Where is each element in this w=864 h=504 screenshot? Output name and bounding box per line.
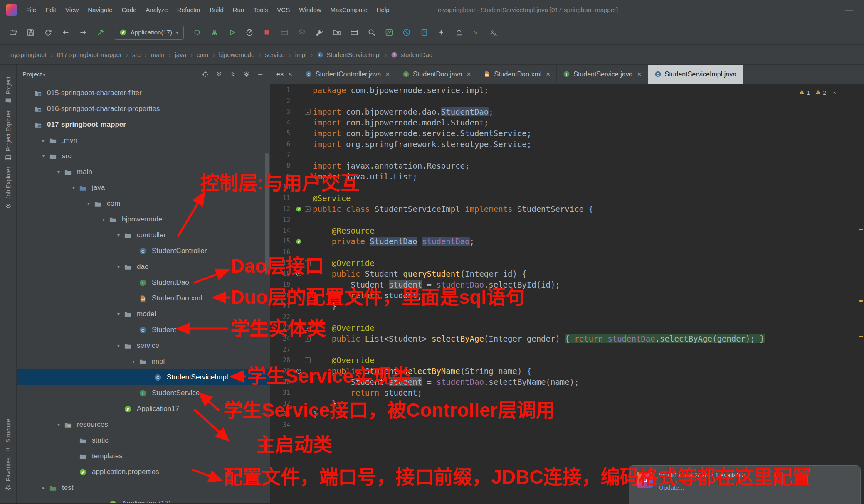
tool-window-button-project[interactable]: Project bbox=[5, 76, 12, 104]
chevron-up-icon[interactable] bbox=[831, 90, 837, 96]
no-entry-icon[interactable] bbox=[399, 25, 414, 40]
fold-marker-icon[interactable]: - bbox=[303, 357, 313, 363]
project-tree-scrollbar[interactable] bbox=[265, 153, 269, 274]
tree-item-java[interactable]: ▾java bbox=[17, 180, 270, 196]
save-icon[interactable] bbox=[23, 25, 38, 40]
tab-studentserviceimpl-java[interactable]: CStudentServiceImpl.java bbox=[648, 65, 743, 84]
upload-icon[interactable] bbox=[452, 25, 467, 40]
line-number[interactable]: 21 bbox=[270, 302, 294, 310]
breadcrumb-myspringboot[interactable]: myspringboot bbox=[7, 50, 49, 59]
chevron-expanded-icon[interactable]: ▾ bbox=[68, 185, 79, 191]
code-text[interactable]: return student; bbox=[313, 291, 422, 300]
code-text[interactable]: package com.bjpowernode.service.impl; bbox=[313, 86, 489, 95]
line-number[interactable]: 5 bbox=[270, 130, 294, 137]
window-frame-icon[interactable] bbox=[347, 25, 362, 40]
chevron-expanded-icon[interactable]: ▾ bbox=[53, 422, 64, 428]
tab-studentdao-xml[interactable]: xmlStudentDao.xml× bbox=[477, 65, 557, 84]
tool-window-button-structure[interactable]: Structure bbox=[5, 419, 12, 452]
line-number[interactable]: 15 bbox=[270, 238, 294, 245]
line-number[interactable]: 30 bbox=[270, 378, 294, 386]
menu-analyze[interactable]: Analyze bbox=[141, 4, 172, 15]
window-frame-icon[interactable] bbox=[277, 25, 292, 40]
close-icon[interactable]: × bbox=[637, 70, 642, 79]
code-text[interactable]: @Override bbox=[313, 323, 375, 332]
translate-icon[interactable]: 文A bbox=[486, 25, 501, 40]
chart-icon[interactable] bbox=[382, 25, 397, 40]
line-number[interactable]: 12 bbox=[270, 205, 294, 213]
line-number[interactable]: 24 bbox=[270, 335, 294, 342]
code-text[interactable]: private StudentDao studentDao; bbox=[313, 237, 474, 246]
tool-window-button-favorites[interactable]: Favorites bbox=[5, 457, 12, 491]
tree-item-test[interactable]: ▸test bbox=[17, 480, 270, 496]
folder-gear-icon[interactable] bbox=[329, 25, 344, 40]
line-number[interactable]: 3 bbox=[270, 108, 294, 116]
line-number[interactable]: 1 bbox=[270, 86, 294, 94]
crosshair-icon[interactable] bbox=[202, 71, 209, 78]
code-text[interactable]: } bbox=[313, 302, 336, 311]
tab-es[interactable]: es× bbox=[270, 65, 299, 84]
code-text[interactable]: @Resource bbox=[313, 226, 375, 235]
tab-studentcontroller-java[interactable]: CStudentController.java× bbox=[299, 65, 396, 84]
fold-marker-icon[interactable]: - bbox=[303, 109, 313, 115]
menu-view[interactable]: View bbox=[61, 4, 83, 15]
tree-item-student[interactable]: CStudent bbox=[17, 322, 270, 338]
tree-item-service[interactable]: ▾service bbox=[17, 338, 270, 354]
chevron-expanded-icon[interactable]: ▾ bbox=[83, 201, 94, 207]
line-number[interactable]: 28 bbox=[270, 356, 294, 364]
code-text[interactable]: Student student = studentDao.selectByNam… bbox=[313, 377, 579, 386]
inspection-mark[interactable] bbox=[859, 300, 863, 302]
expand-all-icon[interactable] bbox=[215, 71, 223, 78]
code-text[interactable]: import com.bjpowernode.dao.StudentDao; bbox=[313, 107, 494, 116]
line-number[interactable]: 31 bbox=[270, 389, 294, 396]
tree-item-resources[interactable]: ▾resources bbox=[17, 417, 270, 433]
breadcrumb-017-springboot-mapper[interactable]: 017-springboot-mapper bbox=[54, 50, 124, 59]
wrench-icon[interactable] bbox=[312, 25, 327, 40]
chevron-expanded-icon[interactable]: ▾ bbox=[113, 264, 124, 270]
tab-studentservice-java[interactable]: IStudentService.java× bbox=[557, 65, 648, 84]
warning-badge[interactable]: 1 bbox=[799, 89, 810, 96]
close-icon[interactable]: × bbox=[546, 70, 550, 79]
tree-item-application-properties[interactable]: application.properties bbox=[17, 464, 270, 480]
tree-item-studentserviceimpl[interactable]: CStudentServiceImpl bbox=[17, 369, 270, 385]
menu-code[interactable]: Code bbox=[117, 4, 141, 15]
tree-item-main[interactable]: ▾main bbox=[17, 164, 270, 180]
tree-item-016-springboot-character-properties[interactable]: 016-springboot-character-properties bbox=[17, 101, 270, 117]
tree-item-impl[interactable]: ▾impl bbox=[17, 354, 270, 369]
tree-item-application17[interactable]: Application17 bbox=[17, 401, 270, 417]
chevron-expanded-icon[interactable]: ▾ bbox=[98, 216, 109, 222]
line-number[interactable]: 16 bbox=[270, 248, 294, 256]
line-number[interactable]: 14 bbox=[270, 227, 294, 234]
menu-maxcompute[interactable]: MaxCompute bbox=[326, 4, 372, 15]
minus-icon[interactable] bbox=[257, 71, 264, 78]
notebook-icon[interactable] bbox=[417, 25, 432, 40]
menu-file[interactable]: File bbox=[22, 4, 41, 15]
line-number[interactable]: 27 bbox=[270, 346, 294, 353]
menu-navigate[interactable]: Navigate bbox=[83, 4, 117, 15]
fx-icon[interactable]: fx bbox=[469, 25, 484, 40]
line-number[interactable]: 10 bbox=[270, 184, 294, 191]
menu-run[interactable]: Run bbox=[228, 4, 249, 15]
close-icon[interactable]: × bbox=[467, 70, 471, 79]
fold-marker-icon[interactable]: + bbox=[303, 336, 313, 342]
update-link[interactable]: Update... bbox=[659, 484, 745, 491]
code-text[interactable]: @Override bbox=[313, 258, 375, 268]
panel-title[interactable]: Project bbox=[22, 71, 45, 78]
line-number[interactable]: 20 bbox=[270, 292, 294, 299]
close-icon[interactable]: × bbox=[288, 70, 292, 79]
minimize-button[interactable] bbox=[838, 5, 860, 15]
breadcrumb-main[interactable]: main bbox=[148, 50, 167, 59]
hammer-icon[interactable] bbox=[93, 25, 108, 40]
code-text[interactable]: return student; bbox=[313, 388, 422, 397]
line-number[interactable]: 33 bbox=[270, 411, 294, 418]
rerun-icon[interactable] bbox=[190, 25, 205, 40]
lightning-icon[interactable] bbox=[434, 25, 449, 40]
arrow-right-icon[interactable] bbox=[76, 25, 91, 40]
code-text[interactable]: public class StudentServiceImpl implemen… bbox=[313, 204, 593, 214]
line-number[interactable]: 8 bbox=[270, 162, 294, 170]
line-number[interactable]: 11 bbox=[270, 194, 294, 202]
tree-item-mvn[interactable]: ▸.mvn bbox=[17, 133, 270, 148]
chevron-collapsed-icon[interactable]: ▸ bbox=[38, 485, 49, 491]
tree-item-bjpowernode[interactable]: ▾bjpowernode bbox=[17, 211, 270, 227]
line-number[interactable]: 7 bbox=[270, 151, 294, 159]
line-number[interactable]: 9 bbox=[270, 173, 294, 180]
